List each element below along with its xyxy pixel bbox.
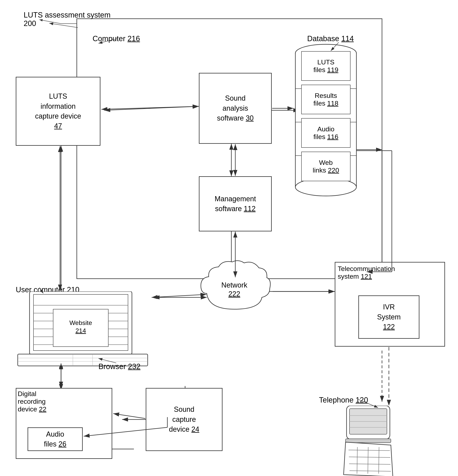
sound-capture-box: Soundcapturedevice 24 bbox=[146, 388, 222, 451]
svg-line-56 bbox=[349, 471, 391, 471]
sound-software-box: Soundanalysissoftware 30 bbox=[199, 73, 272, 144]
audio-files-box: Audiofiles 26 bbox=[28, 427, 83, 451]
svg-rect-52 bbox=[346, 439, 391, 443]
ivr-box: IVRSystem122 bbox=[358, 295, 419, 339]
svg-rect-47 bbox=[347, 406, 390, 439]
svg-rect-37 bbox=[53, 309, 108, 347]
svg-line-63 bbox=[102, 106, 198, 109]
browser-label: Browser 232 bbox=[98, 362, 140, 371]
svg-line-59 bbox=[379, 447, 379, 474]
svg-rect-30 bbox=[34, 294, 128, 350]
svg-text:Website: Website bbox=[69, 319, 92, 326]
svg-line-3 bbox=[104, 106, 199, 110]
svg-rect-48 bbox=[349, 409, 387, 434]
network-cloud-svg: Network 222 bbox=[197, 258, 272, 313]
svg-line-53 bbox=[348, 450, 390, 450]
luts-capture-box: LUTSinformationcapture device47 bbox=[16, 77, 101, 146]
database-label: Database 114 bbox=[307, 34, 354, 43]
audio-files-db-box: Audiofiles 116 bbox=[301, 118, 350, 148]
telephone-label: Telephone 120 bbox=[319, 396, 368, 404]
svg-text:214: 214 bbox=[76, 327, 86, 334]
luts-system-label: LUTS assessment system 200 bbox=[24, 11, 110, 28]
telephone-svg bbox=[335, 406, 402, 476]
luts-files-box: LUTSfiles 119 bbox=[301, 51, 350, 81]
svg-text:222: 222 bbox=[229, 290, 240, 298]
svg-text:Network: Network bbox=[221, 281, 247, 289]
computer-label: Computer 216 bbox=[93, 34, 140, 43]
laptop-svg: Website 214 bbox=[14, 291, 152, 370]
svg-line-79 bbox=[331, 42, 339, 51]
svg-line-54 bbox=[349, 457, 390, 458]
telecom-label: Telecommunicationsystem 121 bbox=[338, 265, 395, 280]
digital-recording-label: Digitalrecordingdevice 22 bbox=[18, 390, 46, 413]
web-links-box: Weblinks 220 bbox=[301, 152, 350, 181]
svg-line-75 bbox=[113, 414, 145, 418]
user-computer-label: User computer 210 bbox=[16, 286, 79, 294]
results-files-box: Resultsfiles 118 bbox=[301, 85, 350, 114]
diagram: LUTS assessment system 200 Computer 216 … bbox=[0, 0, 458, 476]
svg-line-57 bbox=[357, 447, 357, 474]
svg-line-55 bbox=[349, 464, 390, 464]
svg-line-68 bbox=[152, 294, 206, 297]
management-software-box: Managementsoftware 112 bbox=[199, 176, 272, 231]
svg-rect-29 bbox=[30, 291, 132, 355]
svg-line-58 bbox=[368, 447, 368, 474]
